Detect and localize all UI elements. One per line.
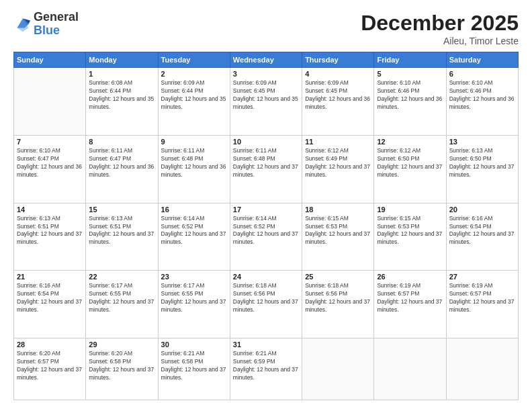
day-number: 4 (305, 70, 371, 78)
calendar-cell: 28Sunrise: 6:20 AMSunset: 6:57 PMDayligh… (14, 338, 86, 400)
calendar-cell: 13Sunrise: 6:13 AMSunset: 6:50 PMDayligh… (446, 135, 518, 203)
calendar-cell: 4Sunrise: 6:09 AMSunset: 6:45 PMDaylight… (302, 68, 374, 136)
day-number: 24 (233, 273, 299, 281)
title-section: December 2025 Aileu, Timor Leste (361, 11, 519, 46)
day-info: Sunrise: 6:13 AMSunset: 6:51 PMDaylight:… (17, 215, 83, 247)
day-number: 2 (161, 70, 227, 78)
day-info: Sunrise: 6:20 AMSunset: 6:58 PMDaylight:… (89, 350, 154, 382)
day-info: Sunrise: 6:13 AMSunset: 6:50 PMDaylight:… (449, 147, 515, 179)
calendar-cell: 30Sunrise: 6:21 AMSunset: 6:58 PMDayligh… (158, 338, 230, 400)
day-number: 10 (233, 138, 299, 146)
calendar-cell (302, 338, 374, 400)
calendar-cell: 10Sunrise: 6:11 AMSunset: 6:48 PMDayligh… (230, 135, 302, 203)
logo-blue: Blue (34, 24, 60, 37)
day-info: Sunrise: 6:10 AMSunset: 6:46 PMDaylight:… (377, 79, 443, 111)
day-info: Sunrise: 6:17 AMSunset: 6:55 PMDaylight:… (161, 282, 227, 314)
calendar-cell: 22Sunrise: 6:17 AMSunset: 6:55 PMDayligh… (86, 271, 158, 338)
day-info: Sunrise: 6:11 AMSunset: 6:48 PMDaylight:… (233, 147, 299, 179)
calendar-cell: 18Sunrise: 6:15 AMSunset: 6:53 PMDayligh… (302, 203, 374, 271)
calendar-cell: 23Sunrise: 6:17 AMSunset: 6:55 PMDayligh… (158, 271, 230, 338)
calendar-week-3: 21Sunrise: 6:16 AMSunset: 6:54 PMDayligh… (14, 271, 519, 338)
calendar-week-1: 7Sunrise: 6:10 AMSunset: 6:47 PMDaylight… (14, 135, 519, 203)
day-info: Sunrise: 6:18 AMSunset: 6:56 PMDaylight:… (305, 282, 371, 314)
calendar-cell (446, 338, 518, 400)
day-info: Sunrise: 6:14 AMSunset: 6:52 PMDaylight:… (161, 215, 227, 247)
calendar-week-4: 28Sunrise: 6:20 AMSunset: 6:57 PMDayligh… (14, 338, 519, 400)
day-info: Sunrise: 6:13 AMSunset: 6:51 PMDaylight:… (89, 215, 154, 247)
day-number: 22 (89, 273, 154, 281)
day-info: Sunrise: 6:12 AMSunset: 6:49 PMDaylight:… (305, 147, 371, 179)
day-number: 16 (161, 205, 227, 214)
day-info: Sunrise: 6:12 AMSunset: 6:50 PMDaylight:… (377, 147, 443, 179)
col-thursday: Thursday (302, 52, 374, 68)
calendar-header-row: Sunday Monday Tuesday Wednesday Thursday… (14, 52, 519, 68)
day-number: 27 (449, 273, 515, 281)
header: General Blue December 2025 Aileu, Timor … (13, 11, 519, 46)
day-number: 17 (233, 205, 299, 214)
calendar-cell: 11Sunrise: 6:12 AMSunset: 6:49 PMDayligh… (302, 135, 374, 203)
day-number: 9 (161, 138, 227, 146)
col-saturday: Saturday (446, 52, 518, 68)
day-number: 1 (89, 70, 154, 78)
logo-text: General Blue (34, 11, 79, 38)
day-info: Sunrise: 6:20 AMSunset: 6:57 PMDaylight:… (17, 350, 83, 382)
calendar-cell: 24Sunrise: 6:18 AMSunset: 6:56 PMDayligh… (230, 271, 302, 338)
day-number: 25 (305, 273, 371, 281)
calendar-table: Sunday Monday Tuesday Wednesday Thursday… (13, 52, 519, 400)
col-tuesday: Tuesday (158, 52, 230, 68)
day-info: Sunrise: 6:09 AMSunset: 6:45 PMDaylight:… (305, 79, 371, 111)
day-info: Sunrise: 6:15 AMSunset: 6:53 PMDaylight:… (305, 215, 371, 247)
calendar-cell: 31Sunrise: 6:21 AMSunset: 6:59 PMDayligh… (230, 338, 302, 400)
calendar-cell: 26Sunrise: 6:19 AMSunset: 6:57 PMDayligh… (374, 271, 446, 338)
day-number: 23 (161, 273, 227, 281)
month-title: December 2025 (361, 11, 519, 36)
day-info: Sunrise: 6:19 AMSunset: 6:57 PMDaylight:… (377, 282, 443, 314)
day-number: 18 (305, 205, 371, 214)
page: General Blue December 2025 Aileu, Timor … (0, 0, 532, 411)
day-number: 31 (233, 340, 299, 349)
day-number: 11 (305, 138, 371, 146)
calendar-cell: 21Sunrise: 6:16 AMSunset: 6:54 PMDayligh… (14, 271, 86, 338)
col-friday: Friday (374, 52, 446, 68)
calendar-cell: 17Sunrise: 6:14 AMSunset: 6:52 PMDayligh… (230, 203, 302, 271)
calendar-cell: 15Sunrise: 6:13 AMSunset: 6:51 PMDayligh… (86, 203, 158, 271)
calendar-cell: 9Sunrise: 6:11 AMSunset: 6:48 PMDaylight… (158, 135, 230, 203)
calendar-cell: 25Sunrise: 6:18 AMSunset: 6:56 PMDayligh… (302, 271, 374, 338)
day-number: 13 (449, 138, 515, 146)
day-info: Sunrise: 6:10 AMSunset: 6:46 PMDaylight:… (449, 79, 515, 111)
day-info: Sunrise: 6:10 AMSunset: 6:47 PMDaylight:… (17, 147, 83, 179)
calendar-cell: 20Sunrise: 6:16 AMSunset: 6:54 PMDayligh… (446, 203, 518, 271)
day-info: Sunrise: 6:16 AMSunset: 6:54 PMDaylight:… (449, 215, 515, 247)
calendar-week-2: 14Sunrise: 6:13 AMSunset: 6:51 PMDayligh… (14, 203, 519, 271)
day-number: 15 (89, 205, 154, 214)
calendar-week-0: 1Sunrise: 6:08 AMSunset: 6:44 PMDaylight… (14, 68, 519, 136)
calendar-cell: 29Sunrise: 6:20 AMSunset: 6:58 PMDayligh… (86, 338, 158, 400)
location: Aileu, Timor Leste (361, 36, 519, 46)
day-number: 5 (377, 70, 443, 78)
day-number: 8 (89, 138, 154, 146)
calendar-cell: 16Sunrise: 6:14 AMSunset: 6:52 PMDayligh… (158, 203, 230, 271)
calendar-cell: 5Sunrise: 6:10 AMSunset: 6:46 PMDaylight… (374, 68, 446, 136)
day-info: Sunrise: 6:16 AMSunset: 6:54 PMDaylight:… (17, 282, 83, 314)
calendar-cell: 19Sunrise: 6:15 AMSunset: 6:53 PMDayligh… (374, 203, 446, 271)
calendar-cell: 27Sunrise: 6:19 AMSunset: 6:57 PMDayligh… (446, 271, 518, 338)
calendar-cell: 6Sunrise: 6:10 AMSunset: 6:46 PMDaylight… (446, 68, 518, 136)
day-info: Sunrise: 6:18 AMSunset: 6:56 PMDaylight:… (233, 282, 299, 314)
day-info: Sunrise: 6:15 AMSunset: 6:53 PMDaylight:… (377, 215, 443, 247)
day-info: Sunrise: 6:09 AMSunset: 6:44 PMDaylight:… (161, 79, 227, 111)
col-wednesday: Wednesday (230, 52, 302, 68)
day-info: Sunrise: 6:21 AMSunset: 6:59 PMDaylight:… (233, 350, 299, 382)
day-number: 29 (89, 340, 154, 349)
calendar-cell (374, 338, 446, 400)
day-number: 28 (17, 340, 83, 349)
day-number: 21 (17, 273, 83, 281)
day-number: 26 (377, 273, 443, 281)
logo-general: General (34, 10, 79, 24)
calendar-cell: 12Sunrise: 6:12 AMSunset: 6:50 PMDayligh… (374, 135, 446, 203)
calendar-cell: 3Sunrise: 6:09 AMSunset: 6:45 PMDaylight… (230, 68, 302, 136)
calendar-cell: 1Sunrise: 6:08 AMSunset: 6:44 PMDaylight… (86, 68, 158, 136)
day-info: Sunrise: 6:11 AMSunset: 6:48 PMDaylight:… (161, 147, 227, 179)
day-number: 6 (449, 70, 515, 78)
day-number: 19 (377, 205, 443, 214)
day-number: 14 (17, 205, 83, 214)
